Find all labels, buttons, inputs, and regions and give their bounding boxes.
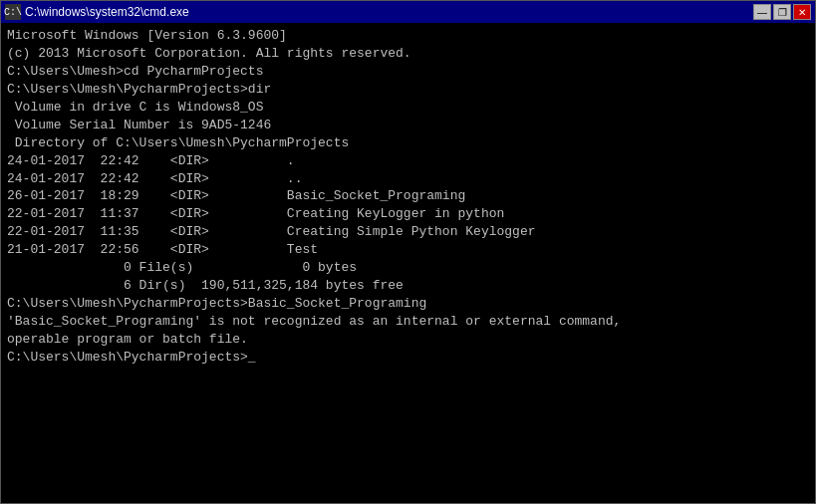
cmd-window: C:\ C:\windows\system32\cmd.exe — ❐ ✕ Mi… [0, 0, 816, 504]
terminal-line: Volume Serial Number is 9AD5-1246 [7, 117, 809, 134]
terminal-line: 'Basic_Socket_Programing' is not recogni… [7, 313, 809, 331]
terminal-line: 26-01-2017 18:29 <DIR> Basic_Socket_Prog… [7, 187, 809, 205]
terminal-line: Volume in drive C is Windows8_OS [7, 99, 809, 117]
title-bar-left: C:\ C:\windows\system32\cmd.exe [5, 4, 189, 20]
terminal-line: C:\Users\Umesh\PycharmProjects>dir [7, 81, 809, 99]
terminal-line: C:\Users\Umesh\PycharmProjects>Basic_Soc… [7, 295, 809, 313]
cmd-icon: C:\ [5, 4, 21, 20]
terminal-line: 22-01-2017 11:35 <DIR> Creating Simple P… [7, 223, 809, 241]
title-bar-controls: — ❐ ✕ [753, 4, 811, 20]
terminal-line: C:\Users\Umesh\PycharmProjects>_ [7, 349, 809, 367]
terminal-line: 22-01-2017 11:37 <DIR> Creating KeyLogge… [7, 205, 809, 223]
terminal-body[interactable]: Microsoft Windows [Version 6.3.9600](c) … [1, 23, 815, 503]
minimize-button[interactable]: — [753, 4, 771, 20]
title-bar-title: C:\windows\system32\cmd.exe [25, 5, 189, 19]
terminal-line: 24-01-2017 22:42 <DIR> .. [7, 170, 809, 188]
terminal-line: Directory of C:\Users\Umesh\PycharmProje… [7, 134, 809, 152]
terminal-line: 24-01-2017 22:42 <DIR> . [7, 152, 809, 170]
terminal-line: Microsoft Windows [Version 6.3.9600] [7, 27, 809, 45]
terminal-line: 6 Dir(s) 190,511,325,184 bytes free [7, 277, 809, 295]
title-bar: C:\ C:\windows\system32\cmd.exe — ❐ ✕ [1, 1, 815, 23]
terminal-line: (c) 2013 Microsoft Corporation. All righ… [7, 45, 809, 63]
terminal-line: 0 File(s) 0 bytes [7, 259, 809, 277]
restore-button[interactable]: ❐ [773, 4, 791, 20]
terminal-line: C:\Users\Umesh>cd PycharmProjects [7, 63, 809, 81]
close-button[interactable]: ✕ [793, 4, 811, 20]
terminal-line: operable program or batch file. [7, 331, 809, 349]
terminal-line: 21-01-2017 22:56 <DIR> Test [7, 241, 809, 259]
